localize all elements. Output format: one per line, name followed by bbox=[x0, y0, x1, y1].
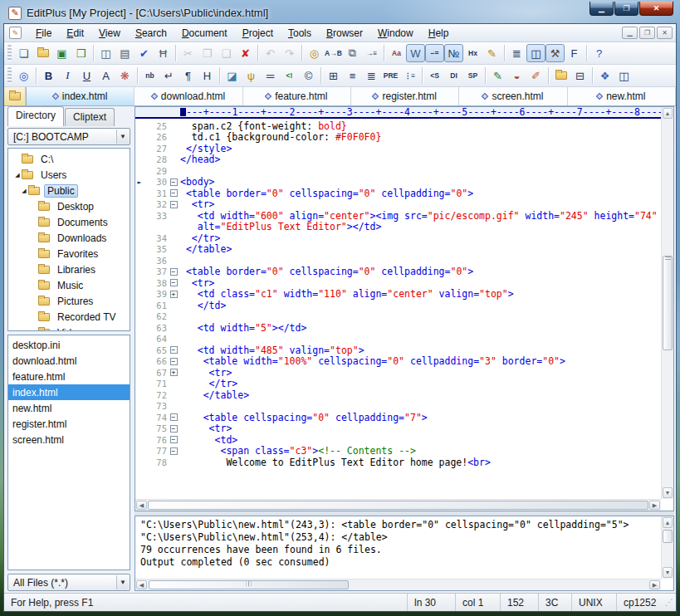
browser-preview-button[interactable]: ◎ bbox=[14, 66, 33, 85]
menu-browser[interactable]: Browser bbox=[319, 26, 370, 41]
new-from-template-button[interactable]: Ħ bbox=[154, 44, 173, 62]
font-color-button[interactable]: ❋ bbox=[115, 66, 135, 85]
fold-expand-icon[interactable]: + bbox=[170, 369, 178, 376]
non-breaking-space-button[interactable]: nb bbox=[140, 66, 159, 85]
menu-file[interactable]: File bbox=[28, 26, 59, 41]
fold-toggle[interactable]: − bbox=[167, 268, 180, 276]
replace-button[interactable]: A→B bbox=[324, 44, 343, 62]
chevron-down-icon[interactable]: ▼ bbox=[116, 130, 129, 144]
tab-index.html[interactable]: index.html bbox=[26, 87, 135, 105]
fold-collapse-icon[interactable]: − bbox=[170, 178, 178, 186]
save-all-button[interactable]: ❒ bbox=[71, 44, 91, 62]
window-layout-button[interactable]: ◫ bbox=[614, 66, 634, 85]
fold-expand-icon[interactable]: + bbox=[170, 291, 178, 298]
list-button[interactable]: ⋮≡ bbox=[400, 66, 419, 85]
line-break-button[interactable]: ↵ bbox=[159, 66, 179, 85]
align-center-button[interactable]: ≣ bbox=[362, 66, 381, 85]
code-area[interactable]: 25 span.c2 {font-weight: bold}26 td.c1 {… bbox=[135, 120, 661, 499]
tab-new.html[interactable]: new.html bbox=[568, 87, 676, 105]
heading-button[interactable]: H bbox=[198, 66, 217, 85]
output-horizontal-scrollbar[interactable]: ◀ ▶ bbox=[135, 579, 661, 590]
fold-toggle[interactable]: − bbox=[167, 201, 180, 208]
tree-item[interactable]: Videos bbox=[8, 325, 130, 331]
toolbar-grip[interactable] bbox=[7, 45, 12, 61]
fold-collapse-icon[interactable]: − bbox=[170, 413, 178, 421]
fold-toggle[interactable]: − bbox=[167, 436, 180, 443]
editor-vertical-scrollbar[interactable]: ▲ ▼ bbox=[661, 107, 673, 499]
auto-indent-button[interactable]: →≡ bbox=[362, 44, 381, 62]
align-left-button[interactable]: ≡ bbox=[343, 66, 362, 85]
insert-image-button[interactable]: ◪ bbox=[223, 66, 242, 85]
file-filter-selector[interactable]: All Files (*.*) ▼ bbox=[7, 574, 130, 591]
span-tag-button[interactable]: SP bbox=[463, 66, 482, 85]
line-numbers-button[interactable]: № bbox=[444, 44, 463, 62]
scroll-up-arrow[interactable]: ▲ bbox=[663, 108, 673, 119]
file-item[interactable]: download.html bbox=[8, 353, 130, 369]
fold-collapse-icon[interactable]: − bbox=[170, 189, 178, 197]
file-item[interactable]: new.html bbox=[8, 400, 130, 416]
fold-toggle[interactable]: − bbox=[167, 279, 180, 286]
hex-viewer-button[interactable]: Hx bbox=[463, 44, 482, 62]
output-window[interactable]: "C:\Users\Public\new.html"(243,3): <tabl… bbox=[135, 516, 674, 591]
mdi-restore-button[interactable]: ❐ bbox=[639, 27, 655, 39]
editor-hscroll-thumb[interactable] bbox=[148, 501, 648, 510]
tree-item[interactable]: Desktop bbox=[8, 198, 130, 214]
menu-document[interactable]: Document bbox=[174, 26, 235, 41]
fold-toggle[interactable]: − bbox=[167, 346, 180, 354]
tree-item[interactable]: ◢Users bbox=[8, 167, 130, 183]
tab-list-button[interactable] bbox=[4, 87, 26, 105]
browse-folder-button[interactable] bbox=[551, 66, 570, 85]
toggle-output-window-button[interactable]: ⚒ bbox=[545, 44, 565, 62]
display-colors-button[interactable]: ❖ bbox=[595, 66, 614, 85]
edit-source-button[interactable]: ✎ bbox=[488, 66, 507, 85]
style-editor-button[interactable]: ◒ bbox=[507, 66, 526, 85]
div-tag-button[interactable]: DI bbox=[444, 66, 463, 85]
mdi-minimize-button[interactable]: ▁ bbox=[622, 27, 638, 39]
preformatted-button[interactable]: PRE bbox=[381, 66, 400, 85]
horizontal-rule-button[interactable]: ═ bbox=[261, 66, 280, 85]
tree-item[interactable]: C:\ bbox=[8, 151, 130, 167]
scroll-right-arrow[interactable]: ▶ bbox=[649, 501, 660, 510]
italic-button[interactable]: I bbox=[58, 66, 77, 85]
fold-toggle[interactable]: − bbox=[167, 189, 180, 197]
menu-help[interactable]: Help bbox=[421, 26, 457, 41]
menu-project[interactable]: Project bbox=[235, 26, 281, 41]
fold-toggle[interactable]: + bbox=[167, 369, 180, 376]
mdi-close-button[interactable]: ✕ bbox=[657, 27, 673, 39]
toolbar-grip[interactable] bbox=[7, 67, 12, 84]
expander-icon[interactable]: ◢ bbox=[13, 172, 22, 178]
editor[interactable]: ---+----1----+----2----+----3----+----4-… bbox=[135, 106, 674, 511]
change-case-button[interactable]: Aa bbox=[387, 44, 406, 62]
save-button[interactable]: ▣ bbox=[52, 44, 71, 62]
panel-tab-cliptext[interactable]: Cliptext bbox=[65, 108, 115, 126]
fold-collapse-icon[interactable]: − bbox=[170, 201, 178, 208]
spell-check-button[interactable]: ✔ bbox=[135, 44, 154, 62]
special-character-button[interactable]: © bbox=[299, 66, 318, 85]
fold-toggle[interactable]: − bbox=[167, 413, 180, 421]
menu-edit[interactable]: Edit bbox=[59, 26, 91, 41]
open-file-button[interactable] bbox=[33, 44, 52, 62]
tab-feature.html[interactable]: feature.html bbox=[243, 87, 351, 105]
fold-collapse-icon[interactable]: − bbox=[170, 268, 178, 276]
editor-horizontal-scrollbar[interactable]: ◀ ▶ bbox=[135, 499, 661, 511]
fold-collapse-icon[interactable]: − bbox=[170, 447, 178, 455]
tree-item[interactable]: Libraries bbox=[8, 262, 130, 277]
tree-item[interactable]: Documents bbox=[8, 214, 130, 230]
file-item[interactable]: feature.html bbox=[8, 369, 130, 384]
strikethrough-button[interactable]: <S bbox=[425, 66, 444, 85]
toggle-function-list-button[interactable]: F bbox=[565, 44, 584, 62]
tab-register.html[interactable]: register.html bbox=[351, 87, 459, 105]
output-vscroll-thumb[interactable] bbox=[663, 530, 673, 543]
output-hscroll-thumb[interactable] bbox=[149, 580, 349, 589]
fold-collapse-icon[interactable]: − bbox=[170, 425, 178, 433]
comment-tag-button[interactable]: <! bbox=[280, 66, 299, 85]
new-document-button[interactable]: ❏ bbox=[14, 44, 33, 62]
scroll-left-arrow[interactable]: ◀ bbox=[136, 501, 147, 510]
tree-item[interactable]: Favorites bbox=[8, 246, 130, 262]
output-vertical-scrollbar[interactable]: ▲ ▼ bbox=[661, 516, 673, 579]
scroll-right-arrow[interactable]: ▶ bbox=[649, 580, 660, 589]
panel-tab-directory[interactable]: Directory bbox=[7, 106, 64, 126]
scroll-up-arrow[interactable]: ▲ bbox=[663, 517, 673, 528]
scroll-down-arrow[interactable]: ▼ bbox=[663, 567, 673, 578]
fold-collapse-icon[interactable]: − bbox=[170, 358, 178, 365]
